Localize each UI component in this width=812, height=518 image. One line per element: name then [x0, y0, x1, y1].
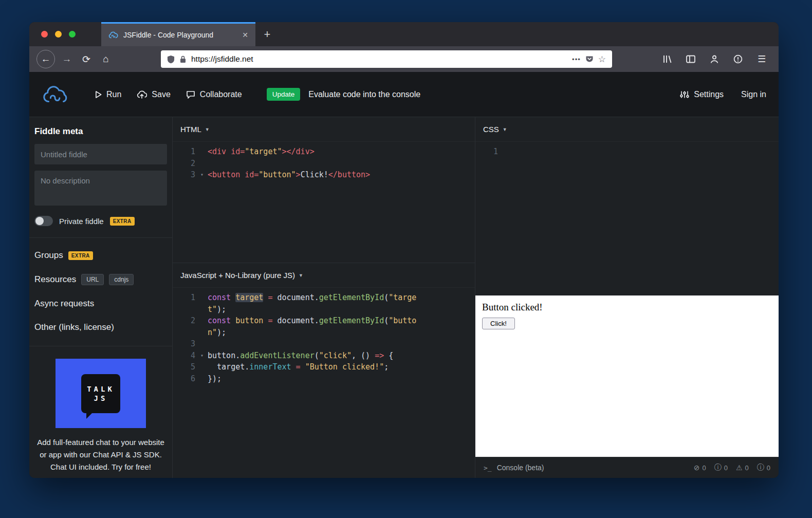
- header-tagline: Evaluate code into the console: [308, 90, 420, 99]
- talkjs-logo-top: TALK: [87, 384, 115, 394]
- error-count: 0: [703, 464, 706, 472]
- lock-icon[interactable]: [179, 55, 187, 63]
- home-button[interactable]: ⌂: [96, 50, 116, 68]
- cdnjs-badge[interactable]: cdnjs: [109, 274, 134, 285]
- fold-arrow-icon[interactable]: ▾: [196, 169, 208, 181]
- code-line-row[interactable]: 1: [475, 146, 779, 158]
- info-circle-icon[interactable]: [728, 50, 748, 68]
- zoom-window-button[interactable]: [69, 31, 76, 38]
- groups-label: Groups: [34, 250, 63, 261]
- sidebar-toggle-icon[interactable]: [681, 50, 700, 68]
- sidebar-item-other[interactable]: Other (links, license): [34, 322, 167, 332]
- line-number: 3: [173, 169, 196, 181]
- fiddle-description-input[interactable]: [34, 171, 167, 206]
- address-bar[interactable]: https://jsfiddle.net ••• ☆: [161, 50, 612, 68]
- fold-gutter: [499, 146, 510, 158]
- fold-arrow-icon[interactable]: ▾: [196, 350, 208, 362]
- js-code-editor[interactable]: 1const target = document.getElementById(…: [173, 288, 475, 478]
- talkjs-ad-banner[interactable]: TALK JS: [56, 359, 146, 428]
- html-panel-title: HTML: [180, 125, 201, 134]
- css-panel: CSS ▼ 1: [475, 117, 779, 295]
- talkjs-ad[interactable]: TALK JS Add full-featured chat to your w…: [34, 359, 167, 473]
- code-line-row[interactable]: 5 target.innerText = "Button clicked!";: [173, 361, 475, 373]
- jsfiddle-logo-cloud-icon[interactable]: [42, 84, 71, 105]
- tab-bar: JSFiddle - Code Playground ✕ +: [29, 22, 779, 46]
- page-actions-ellipsis-icon[interactable]: •••: [572, 55, 581, 63]
- talkjs-ad-text[interactable]: Add full-featured chat to your website o…: [35, 436, 166, 473]
- sidebar-item-groups[interactable]: Groups EXTRA: [34, 250, 167, 261]
- account-icon[interactable]: [705, 50, 724, 68]
- talkjs-logo-bottom: JS: [94, 394, 108, 403]
- console-warning-chip[interactable]: ⚠ 0: [736, 464, 749, 472]
- code-line-row[interactable]: 2const button = document.getElementById(…: [173, 315, 475, 327]
- settings-button[interactable]: Settings: [680, 90, 724, 99]
- line-number: 1: [173, 292, 196, 304]
- js-panel-header[interactable]: JavaScript + No-Library (pure JS) ▼: [173, 263, 475, 288]
- save-button[interactable]: Save: [137, 90, 170, 99]
- bookmark-star-icon[interactable]: ☆: [598, 54, 606, 65]
- chevron-down-icon[interactable]: ▼: [205, 127, 210, 132]
- console-bar[interactable]: >_ Console (beta) ⊘ 0 ⓘ 0 ⚠ 0: [475, 457, 779, 478]
- library-icon[interactable]: [657, 50, 677, 68]
- css-panel-header[interactable]: CSS ▼: [475, 117, 779, 142]
- hamburger-menu-icon[interactable]: ☰: [752, 50, 771, 68]
- collaborate-button[interactable]: Collaborate: [186, 90, 242, 99]
- update-button[interactable]: Update: [267, 88, 301, 101]
- console-chips: ⊘ 0 ⓘ 0 ⚠ 0 ⓘ 0: [694, 463, 770, 472]
- fiddle-title-input[interactable]: [34, 144, 167, 164]
- code-line-row[interactable]: 3▾<button id="button">Click!</button>: [173, 169, 475, 181]
- tracking-protection-shield-icon[interactable]: [167, 55, 175, 64]
- code-line-row[interactable]: t");: [173, 304, 475, 316]
- console-info-chip[interactable]: ⓘ 0: [714, 463, 728, 472]
- console-error-chip[interactable]: ⊘ 0: [694, 464, 706, 472]
- line-number: [173, 304, 196, 316]
- browser-tab[interactable]: JSFiddle - Code Playground ✕: [101, 22, 255, 46]
- css-panel-title: CSS: [483, 125, 499, 134]
- code-line-row[interactable]: 2: [173, 158, 475, 170]
- code-line-row[interactable]: 1const target = document.getElementById(…: [173, 292, 475, 304]
- result-panel: Button clicked! Click!: [475, 295, 779, 457]
- code-line-row[interactable]: n");: [173, 327, 475, 339]
- back-button[interactable]: ←: [36, 50, 55, 68]
- code-line-row[interactable]: 6});: [173, 373, 475, 385]
- new-tab-button[interactable]: +: [255, 22, 279, 46]
- result-click-button[interactable]: Click!: [482, 318, 515, 329]
- sidebar-item-async-requests[interactable]: Async requests: [34, 299, 167, 309]
- line-number: 2: [173, 315, 196, 327]
- pocket-icon[interactable]: [585, 55, 594, 63]
- resources-label: Resources: [34, 274, 76, 285]
- sign-in-button[interactable]: Sign in: [741, 90, 766, 99]
- error-icon: ⊘: [694, 464, 700, 472]
- url-badge[interactable]: URL: [81, 274, 104, 285]
- fold-gutter: [196, 315, 208, 327]
- sidebar: Fiddle meta Private fiddle EXTRA Groups …: [29, 117, 173, 478]
- sidebar-item-resources[interactable]: Resources URL cdnjs: [34, 274, 167, 285]
- reload-button[interactable]: ⟳: [77, 50, 96, 68]
- console-log-chip[interactable]: ⓘ 0: [757, 463, 770, 472]
- jsfiddle-header: Run Save Collaborate Update Evaluate cod…: [29, 72, 779, 117]
- minimize-window-button[interactable]: [55, 31, 62, 38]
- code-line-row[interactable]: 3: [173, 338, 475, 350]
- app-content: Fiddle meta Private fiddle EXTRA Groups …: [29, 117, 779, 478]
- forward-button[interactable]: →: [57, 50, 77, 68]
- css-code-editor[interactable]: 1: [475, 142, 779, 295]
- url-text[interactable]: https://jsfiddle.net: [191, 54, 567, 64]
- private-fiddle-toggle[interactable]: [34, 216, 53, 226]
- sidebar-divider: [29, 346, 172, 346]
- code-line-row[interactable]: 4▾button.addEventListener("click", () =>…: [173, 350, 475, 362]
- line-number: 3: [173, 338, 196, 350]
- html-panel-header[interactable]: HTML ▼: [173, 117, 475, 142]
- log-count: 0: [767, 464, 770, 472]
- extra-badge: EXTRA: [110, 217, 135, 226]
- chevron-down-icon[interactable]: ▼: [299, 273, 303, 278]
- console-label: Console (beta): [497, 464, 544, 472]
- chevron-down-icon[interactable]: ▼: [503, 127, 507, 132]
- tab-close-icon[interactable]: ✕: [242, 31, 248, 39]
- private-fiddle-row: Private fiddle EXTRA: [34, 216, 167, 226]
- close-window-button[interactable]: [41, 31, 48, 38]
- tab-title: JSFiddle - Code Playground: [123, 31, 237, 39]
- html-code-editor[interactable]: 1<div id="target"></div>23▾<button id="b…: [173, 142, 475, 263]
- code-line-row[interactable]: 1<div id="target"></div>: [173, 146, 475, 158]
- extra-badge: EXTRA: [68, 251, 93, 260]
- run-button[interactable]: Run: [95, 90, 121, 99]
